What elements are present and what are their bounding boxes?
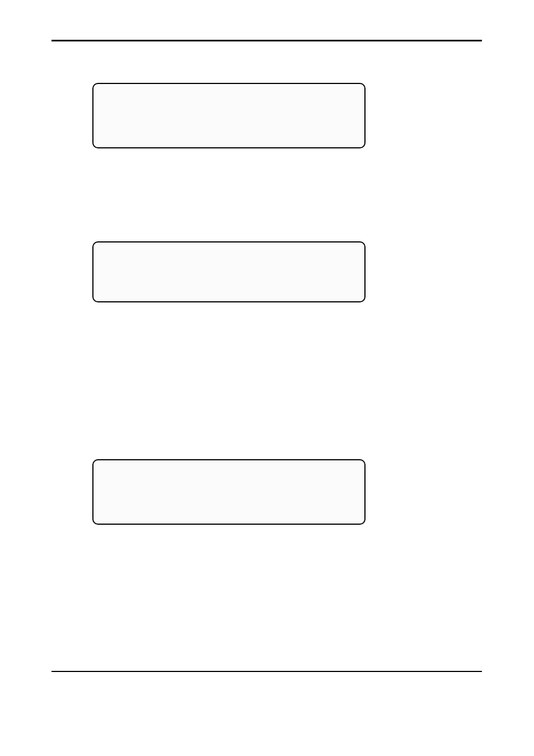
document-page — [0, 0, 534, 756]
content-box-2 — [92, 241, 366, 302]
footer-divider — [51, 671, 482, 672]
header-divider — [51, 40, 482, 41]
content-box-1 — [92, 83, 366, 148]
content-box-3 — [92, 459, 366, 525]
